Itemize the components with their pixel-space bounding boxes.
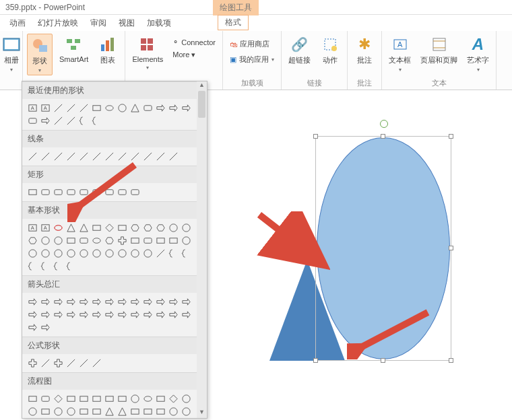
resize-handle[interactable]: [313, 358, 318, 363]
shape-option-rect[interactable]: [26, 186, 39, 199]
shape-option-rnd[interactable]: [39, 392, 52, 405]
shape-option-circ[interactable]: [167, 405, 180, 418]
shape-option-circ[interactable]: [39, 247, 52, 260]
resize-handle[interactable]: [449, 358, 453, 363]
header-footer-button[interactable]: 页眉和页脚: [418, 34, 460, 67]
shape-option-arr[interactable]: [116, 308, 129, 321]
shape-option-rect[interactable]: [65, 392, 77, 405]
shape-option-arr[interactable]: [167, 308, 180, 321]
shape-option-hex[interactable]: [154, 221, 167, 234]
shape-option-tri[interactable]: [103, 405, 116, 418]
shape-option-circ[interactable]: [26, 405, 39, 418]
shape-option-circ[interactable]: [129, 247, 141, 260]
shape-option-brace[interactable]: [77, 114, 90, 127]
shape-option-arr[interactable]: [90, 295, 103, 308]
shape-option-circ[interactable]: [39, 234, 52, 247]
shape-option-diam[interactable]: [103, 221, 116, 234]
shape-option-brace[interactable]: [39, 260, 52, 273]
shape-option-txt[interactable]: A: [39, 102, 52, 114]
shape-option-arr[interactable]: [141, 308, 154, 321]
shape-option-rect[interactable]: [154, 405, 167, 418]
shape-option-arr[interactable]: [26, 321, 39, 334]
shape-option-diam[interactable]: [167, 392, 180, 405]
shape-option-hex[interactable]: [103, 234, 116, 247]
shape-option-circ[interactable]: [180, 405, 193, 418]
shape-option-arr[interactable]: [167, 102, 180, 114]
shape-option-line[interactable]: [77, 102, 90, 114]
scrollbar[interactable]: ▲ ▼: [197, 81, 207, 418]
shape-option-circ[interactable]: [52, 234, 65, 247]
shape-option-line[interactable]: [52, 150, 65, 163]
shape-option-line[interactable]: [77, 357, 90, 370]
shape-option-arr[interactable]: [180, 308, 193, 321]
shape-option-line[interactable]: [26, 150, 39, 163]
shape-option-rect[interactable]: [77, 392, 90, 405]
shape-option-rect[interactable]: [77, 405, 90, 418]
shape-option-arr[interactable]: [26, 308, 39, 321]
shape-option-arr[interactable]: [39, 321, 52, 334]
shape-option-hex[interactable]: [26, 234, 39, 247]
shape-option-rect[interactable]: [65, 234, 77, 247]
shape-option-arr[interactable]: [154, 308, 167, 321]
shape-option-rect[interactable]: [39, 405, 52, 418]
shape-option-rect[interactable]: [116, 221, 129, 234]
tab-slideshow[interactable]: 幻灯片放映: [38, 18, 78, 29]
action-button[interactable]: 动作: [317, 34, 343, 67]
more-button[interactable]: More ▾: [170, 49, 218, 61]
shape-option-rect[interactable]: [90, 405, 103, 418]
shape-option-arr[interactable]: [129, 308, 141, 321]
shape-option-oval[interactable]: [103, 102, 116, 114]
shape-option-arr[interactable]: [65, 295, 77, 308]
shape-option-brace[interactable]: [167, 247, 180, 260]
resize-handle[interactable]: [381, 134, 385, 139]
shape-option-circ[interactable]: [65, 405, 77, 418]
shape-option-rect[interactable]: [154, 234, 167, 247]
elements-button[interactable]: Elements ▾: [129, 34, 166, 72]
shape-option-circ[interactable]: [26, 247, 39, 260]
shape-option-tri[interactable]: [129, 102, 141, 114]
shape-option-oval[interactable]: [141, 392, 154, 405]
chart-button[interactable]: 图表: [95, 34, 121, 67]
shape-option-arr[interactable]: [129, 295, 141, 308]
shape-option-line[interactable]: [39, 357, 52, 370]
shape-option-circ[interactable]: [65, 247, 77, 260]
shape-option-rect[interactable]: [116, 392, 129, 405]
shape-option-circ[interactable]: [141, 247, 154, 260]
tab-format[interactable]: 格式: [218, 15, 249, 30]
shape-option-circ[interactable]: [167, 221, 180, 234]
shape-option-rnd[interactable]: [141, 234, 154, 247]
shape-option-rect[interactable]: [39, 418, 52, 419]
shape-option-arr[interactable]: [180, 295, 193, 308]
shape-option-rect[interactable]: [26, 392, 39, 405]
shape-option-rect[interactable]: [90, 221, 103, 234]
rotation-handle[interactable]: [380, 120, 388, 128]
shape-option-circ[interactable]: [116, 247, 129, 260]
shapes-button[interactable]: 形状 ▾: [27, 34, 53, 75]
resize-handle[interactable]: [449, 246, 453, 250]
shape-option-arr[interactable]: [39, 308, 52, 321]
shape-option-circ[interactable]: [103, 247, 116, 260]
shape-option-arr[interactable]: [90, 308, 103, 321]
shape-option-circ[interactable]: [52, 405, 65, 418]
shape-option-oval[interactable]: [52, 221, 65, 234]
album-button[interactable]: 相册 ▾: [0, 34, 24, 74]
shape-option-arr[interactable]: [180, 102, 193, 114]
shape-option-arr[interactable]: [77, 308, 90, 321]
my-apps-button[interactable]: ▣我的应用▾: [227, 53, 277, 66]
resize-handle[interactable]: [449, 134, 453, 139]
shape-option-brace[interactable]: [52, 260, 65, 273]
shape-option-arr[interactable]: [52, 295, 65, 308]
shape-option-arr[interactable]: [39, 295, 52, 308]
shape-option-txt[interactable]: A: [26, 102, 39, 114]
shape-option-diam[interactable]: [52, 392, 65, 405]
scroll-down-arrow[interactable]: ▼: [197, 409, 207, 418]
hyperlink-button[interactable]: 🔗超链接: [286, 34, 313, 67]
shape-option-brace[interactable]: [65, 260, 77, 273]
shape-option-tri[interactable]: [116, 405, 129, 418]
shape-option-rect[interactable]: [129, 405, 141, 418]
shape-option-arr[interactable]: [77, 295, 90, 308]
shape-option-arr[interactable]: [26, 295, 39, 308]
textbox-button[interactable]: A文本框▾: [386, 34, 414, 74]
wordart-button[interactable]: A艺术字▾: [464, 34, 492, 74]
comment-button[interactable]: ✱批注: [352, 34, 377, 67]
